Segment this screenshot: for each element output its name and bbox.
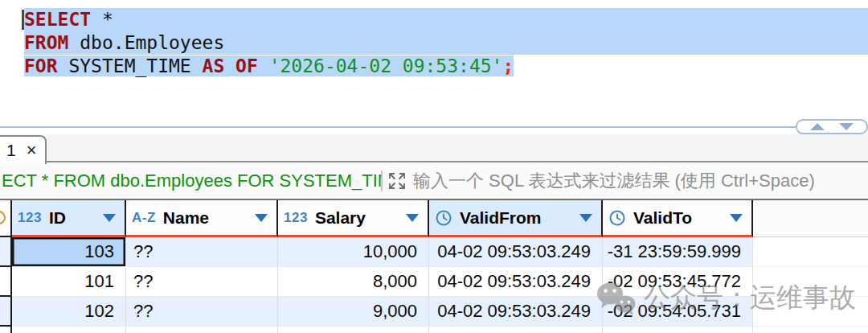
column-header-id[interactable]: 123 ID [12,200,126,237]
sql-text: SYSTEM_TIME [58,56,203,76]
cell-name[interactable]: ?? [126,237,278,267]
sql-text: dbo.Employees [68,32,224,53]
row-gutter[interactable] [0,297,12,327]
column-header-validto[interactable]: ValidTo [603,200,753,237]
grid-header-filler [753,200,868,237]
grid-header: 123 ID A-Z Name 123 Salary ValidFrom Val… [0,200,868,237]
column-header-salary[interactable]: 123 Salary [278,200,429,237]
column-label: Name [163,208,209,228]
sql-string-literal: '2026-04-02 09:53:45' [258,56,503,76]
row-filler [753,327,868,333]
cell-validto[interactable]: -02 09:54:05.731 [603,297,753,327]
string-type-icon: A-Z [132,210,156,226]
results-tab[interactable]: 1 × [0,135,47,164]
filter-separator [381,171,383,191]
column-header-validfrom[interactable]: ValidFrom [429,200,603,237]
expand-arrows-icon[interactable] [387,171,407,191]
column-dropdown-icon[interactable] [730,214,743,222]
cell-validto[interactable]: -02 09:53:45.772 [603,267,753,297]
editor-results-splitter[interactable] [0,126,868,128]
sql-line-2: FROM dbo.Employees [24,31,868,55]
cell-name[interactable]: ?? [126,297,278,327]
clock-icon [608,209,626,227]
cell-empty [126,327,278,333]
numeric-type-icon: 123 [18,210,42,226]
grid-corner-cell[interactable] [0,200,12,237]
cell-id[interactable]: 103 [12,237,126,267]
cell-name[interactable]: ?? [126,267,278,297]
sql-text: * [91,9,113,30]
cell-id[interactable]: 101 [12,267,126,297]
sql-editor[interactable]: SELECT * FROM dbo.Employees FOR SYSTEM_T… [0,0,868,126]
close-tab-icon[interactable]: × [27,142,37,159]
row-filler [753,297,868,327]
row-gutter[interactable] [0,237,12,267]
cell-validto[interactable]: -31 23:59:59.999 [603,237,753,267]
sql-delimiter: ; [502,56,514,76]
cell-empty [12,327,126,333]
query-preview-text: ECT * FROM dbo.Employees FOR SYSTEM_TIM [0,171,381,191]
sql-keyword: SELECT [24,9,91,30]
grid-rows: 103 ?? 10,000 04-02 09:53:03.249 -31 23:… [0,237,868,333]
column-dropdown-icon[interactable] [103,214,116,222]
cell-validfrom[interactable]: 04-02 09:53:03.249 [429,297,603,327]
cell-salary[interactable]: 8,000 [278,267,429,297]
sql-keyword: FOR [24,56,58,76]
collapse-up-icon[interactable] [810,123,825,130]
column-label: ValidFrom [460,208,542,228]
column-dropdown-icon[interactable] [579,214,592,222]
column-header-name[interactable]: A-Z Name [126,200,278,237]
sql-keyword: AS OF [203,56,258,76]
table-row: 103 ?? 10,000 04-02 09:53:03.249 -31 23:… [0,237,868,267]
column-label: ValidTo [633,208,692,228]
sql-line-3: FOR SYSTEM_TIME AS OF '2026-04-02 09:53:… [24,55,868,78]
cell-salary[interactable]: 10,000 [278,237,429,267]
cell-validfrom[interactable]: 04-02 09:53:03.249 [429,267,603,297]
cell-id[interactable]: 102 [12,297,126,327]
cell-salary[interactable]: 9,000 [278,297,429,327]
table-row: 101 ?? 8,000 04-02 09:53:03.249 -02 09:5… [0,267,868,297]
collapse-down-icon[interactable] [839,123,854,130]
column-dropdown-icon[interactable] [255,214,268,222]
cell-empty [429,327,603,333]
row-filler [753,237,868,267]
sql-client-window: SELECT * FROM dbo.Employees FOR SYSTEM_T… [0,0,868,333]
table-row: 102 ?? 9,000 04-02 09:53:03.249 -02 09:5… [0,297,868,327]
table-row-empty [0,327,868,333]
cell-validfrom[interactable]: 04-02 09:53:03.249 [429,237,603,267]
results-tabbar: 1 × [0,134,868,162]
splitter-collapse-control [796,119,868,134]
cell-empty [278,327,429,333]
column-label: ID [49,208,66,228]
clock-icon [435,209,452,227]
orange-circle-icon [0,211,6,224]
sql-line-1: SELECT * [24,8,868,31]
results-tab-label: 1 [6,141,16,160]
column-dropdown-icon[interactable] [406,214,419,222]
filter-input-placeholder[interactable]: 输入一个 SQL 表达式来过滤结果 (使用 Ctrl+Space) [413,169,815,193]
row-gutter [0,327,12,333]
column-label: Salary [315,208,366,228]
results-filter-bar: ECT * FROM dbo.Employees FOR SYSTEM_TIM … [0,162,868,200]
cell-empty [603,327,753,333]
row-filler [753,267,868,297]
numeric-type-icon: 123 [284,210,308,226]
row-gutter[interactable] [0,267,12,297]
text-caret [22,10,24,30]
sql-keyword: FROM [24,32,68,53]
